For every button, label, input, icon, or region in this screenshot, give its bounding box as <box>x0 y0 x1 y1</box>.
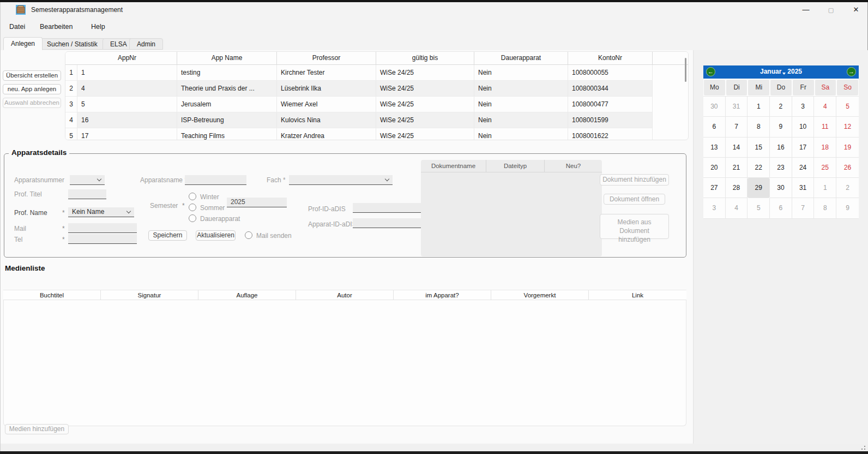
calendar-day[interactable]: 31 <box>792 178 815 198</box>
calendar-day[interactable]: 30 <box>703 97 726 117</box>
calendar-day[interactable]: 10 <box>792 117 815 137</box>
calendar-day[interactable]: 7 <box>792 198 815 218</box>
table-row[interactable]: 24Theorie und Praxis der ...Lüsebrink Il… <box>65 81 688 97</box>
calendar-next-month-button[interactable]: → <box>847 67 856 76</box>
table-cell[interactable]: 5 <box>77 97 177 112</box>
medienliste-body[interactable] <box>3 300 686 426</box>
table-cell[interactable]: WiSe 24/25 <box>376 97 474 112</box>
maximize-button[interactable]: ▢ <box>818 2 843 17</box>
table-cell[interactable]: 1 <box>77 65 177 81</box>
table-cell[interactable]: WiSe 24/25 <box>376 112 474 128</box>
calendar-day[interactable]: 21 <box>726 158 748 178</box>
medien-hinzufuegen-button[interactable]: Medien hinzufügen <box>5 424 69 434</box>
tab-admin[interactable]: Admin <box>129 38 163 50</box>
table-cell[interactable]: 1008001622 <box>568 128 653 140</box>
calendar-day[interactable]: 8 <box>814 198 836 218</box>
minimize-button[interactable]: — <box>793 2 818 17</box>
calendar-day[interactable]: 9 <box>770 117 792 137</box>
calendar-day[interactable]: 18 <box>814 138 836 158</box>
calendar-day[interactable]: 30 <box>770 178 792 198</box>
calendar-day[interactable]: 6 <box>770 198 792 218</box>
calendar-day[interactable]: 3 <box>792 97 815 117</box>
table-row[interactable]: 11testingKirchner TesterWiSe 24/25Nein10… <box>65 65 688 81</box>
row-number-cell[interactable]: 1 <box>65 65 77 81</box>
tel-input[interactable] <box>68 234 137 244</box>
dokumente-table[interactable]: Dokumentname Dateityp Neu? <box>421 160 602 256</box>
table-cell[interactable]: testing <box>177 65 277 81</box>
calendar-day[interactable]: 17 <box>792 138 815 158</box>
mail-input[interactable] <box>68 223 137 233</box>
medien-aus-dokument-button[interactable]: Medien aus Dokument hinzufügen <box>600 214 669 239</box>
table-cell[interactable]: 4 <box>77 81 177 97</box>
calendar-day[interactable]: 6 <box>703 117 726 137</box>
prof-name-combobox[interactable]: Kein Name <box>68 207 134 217</box>
apparat-id-adis-input[interactable] <box>353 218 423 228</box>
table-cell[interactable]: Wiemer Axel <box>277 97 376 112</box>
calendar-day[interactable]: 11 <box>814 117 836 137</box>
table-cell[interactable]: Lüsebrink Ilka <box>277 81 376 97</box>
row-number-cell[interactable]: 3 <box>65 97 77 112</box>
calendar-day[interactable]: 2 <box>836 178 859 198</box>
row-number-cell[interactable]: 4 <box>65 112 77 128</box>
table-cell[interactable]: Jerusalem <box>177 97 277 112</box>
menu-help[interactable]: Help <box>89 22 107 32</box>
calendar-day[interactable]: 8 <box>748 117 770 137</box>
dauerapparat-radio[interactable] <box>189 214 196 222</box>
mail-senden-checkbox[interactable] <box>245 231 252 239</box>
neu-app-anlegen-button[interactable]: neu. App anlegen <box>3 84 61 94</box>
tab-suchen-statistik[interactable]: Suchen / Statistik <box>39 38 105 50</box>
calendar-day[interactable]: 26 <box>836 158 859 178</box>
calendar-day[interactable]: 5 <box>748 198 770 218</box>
sommer-radio[interactable] <box>189 204 196 211</box>
table-cell[interactable]: Nein <box>474 112 568 128</box>
calendar-day[interactable]: 3 <box>703 198 726 218</box>
table-row[interactable]: 416ISP-BetreuungKulovics NinaWiSe 24/25N… <box>65 112 688 128</box>
semester-year-input[interactable]: 2025 <box>227 198 287 207</box>
table-cell[interactable]: Kulovics Nina <box>277 112 376 128</box>
dokument-oeffnen-button[interactable]: Dokument öffnen <box>604 194 665 205</box>
table-cell[interactable]: Kratzer Andrea <box>277 128 376 140</box>
table-cell[interactable]: WiSe 24/25 <box>376 81 474 97</box>
winter-radio[interactable] <box>189 193 196 200</box>
tab-anlegen[interactable]: Anlegen <box>3 37 43 50</box>
apparatsname-input[interactable] <box>185 175 246 185</box>
calendar-day[interactable]: 24 <box>792 158 815 178</box>
calendar-day[interactable]: 14 <box>726 138 748 158</box>
fach-combobox[interactable] <box>289 175 393 185</box>
calendar-day[interactable]: 20 <box>703 158 726 178</box>
uebersicht-erstellen-button[interactable]: Übersicht erstellen <box>3 70 61 81</box>
calendar-title[interactable]: Januar2025 <box>703 68 859 75</box>
table-cell[interactable]: 1008000344 <box>568 81 653 97</box>
calendar-day[interactable]: 9 <box>836 198 859 218</box>
calendar-day[interactable]: 16 <box>770 138 792 158</box>
table-row[interactable]: 517Teaching FilmsKratzer AndreaWiSe 24/2… <box>65 128 688 140</box>
aktualisieren-button[interactable]: Aktualisieren <box>196 230 236 241</box>
table-cell[interactable]: Nein <box>474 128 568 140</box>
table-cell[interactable]: 1008000055 <box>568 65 653 81</box>
table-cell[interactable]: ISP-Betreuung <box>177 112 277 128</box>
column-header-app-name[interactable]: App Name <box>177 52 277 64</box>
calendar-day-today[interactable]: 29 <box>748 178 770 198</box>
calendar-day[interactable]: 7 <box>726 117 748 137</box>
column-header-kontonr[interactable]: KontoNr <box>568 52 653 64</box>
column-header-appnr[interactable]: AppNr <box>77 52 177 64</box>
apparat-table[interactable]: AppNrApp NameProfessorgültig bisDauerapp… <box>65 51 689 140</box>
prof-id-adis-input[interactable] <box>353 203 423 213</box>
column-header-dauerapparat[interactable]: Dauerapparat <box>474 52 568 64</box>
column-header-professor[interactable]: Professor <box>277 52 376 64</box>
table-cell[interactable]: Nein <box>474 81 568 97</box>
table-cell[interactable]: 1008000477 <box>568 97 653 112</box>
calendar-day[interactable]: 4 <box>814 97 836 117</box>
calendar-day[interactable]: 13 <box>703 138 726 158</box>
calendar-day[interactable]: 12 <box>836 117 859 137</box>
calendar-day[interactable]: 4 <box>726 198 748 218</box>
apparatsnummer-combobox[interactable] <box>70 175 105 185</box>
column-header-g-ltig-bis[interactable]: gültig bis <box>376 52 474 64</box>
table-cell[interactable]: 17 <box>77 128 177 140</box>
table-cell[interactable]: WiSe 24/25 <box>376 128 474 140</box>
calendar-day[interactable]: 25 <box>814 158 836 178</box>
calendar-day[interactable]: 27 <box>703 178 726 198</box>
menu-bearbeiten[interactable]: Bearbeiten <box>38 22 75 32</box>
row-number-cell[interactable]: 2 <box>65 81 77 97</box>
calendar-day[interactable]: 31 <box>726 97 748 117</box>
